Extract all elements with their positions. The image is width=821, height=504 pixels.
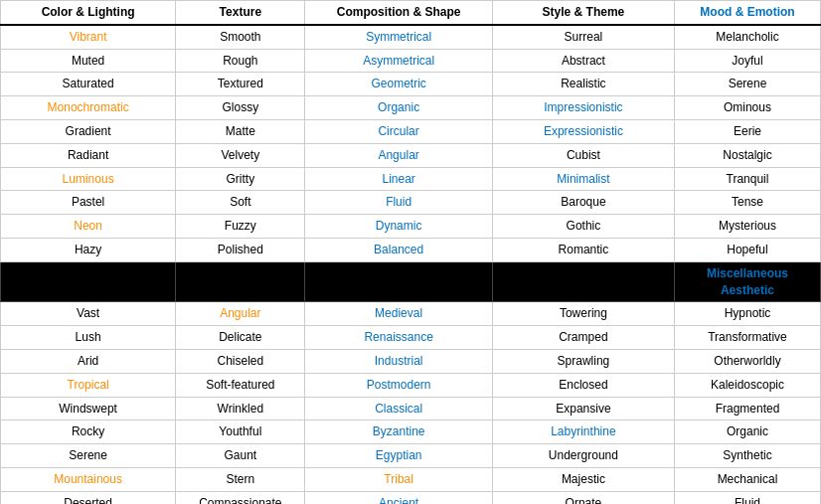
main-table: Color & LightingTextureComposition & Sha… [0, 0, 821, 504]
section2-row-8: DesertedCompassionateAncientOrnateFluid [1, 491, 821, 504]
section1-header-1: Texture [176, 1, 305, 25]
section1-cell-6-2: Linear [305, 167, 492, 191]
section1-cell-3-0: Monochromatic [1, 96, 176, 120]
section2-cell-2-2: Industrial [305, 349, 492, 373]
section1-cell-5-1: Velvety [176, 143, 305, 167]
section1-header-3: Style & Theme [492, 1, 674, 25]
section2-cell-1-0: Lush [1, 326, 176, 350]
section2-cell-5-2: Byzantine [305, 420, 492, 444]
section1-cell-8-1: Fuzzy [176, 215, 305, 239]
section1-cell-1-1: Rough [176, 49, 305, 73]
section1-cell-3-1: Glossy [176, 96, 305, 120]
section2-cell-7-4: Mechanical [674, 467, 820, 491]
section1-cell-1-3: Abstract [492, 49, 674, 73]
section1-cell-8-3: Gothic [492, 215, 674, 239]
section2-cell-0-0: Vast [1, 302, 176, 326]
section1-row-5: RadiantVelvetyAngularCubistNostalgic [1, 143, 821, 167]
section2-cell-2-4: Otherworldly [674, 349, 820, 373]
section1-row-4: GradientMatteCircularExpressionisticEeri… [1, 119, 821, 143]
section1-cell-2-1: Textured [176, 73, 305, 96]
section1-cell-3-3: Impressionistic [492, 96, 674, 120]
section2-cell-4-1: Wrinkled [176, 397, 305, 420]
section1-cell-0-0: Vibrant [1, 25, 176, 49]
section1-cell-6-1: Gritty [176, 167, 305, 191]
section2-cell-3-0: Tropical [1, 373, 176, 397]
section2-cell-8-0: Deserted [1, 491, 176, 504]
section1-cell-4-1: Matte [176, 119, 305, 143]
section1-cell-1-4: Joyful [674, 49, 820, 73]
section1-cell-5-0: Radiant [1, 143, 176, 167]
section1-cell-7-2: Fluid [305, 191, 492, 215]
section2-header-4: MiscellaneousAesthetic [674, 261, 820, 302]
section1-cell-9-3: Romantic [492, 238, 674, 261]
section2-header-2: Culture & Era [305, 261, 492, 302]
section2-cell-6-4: Synthetic [674, 444, 820, 468]
section2-cell-5-4: Organic [674, 420, 820, 444]
section1-cell-0-4: Melancholic [674, 25, 820, 49]
section2-cell-6-1: Gaunt [176, 444, 305, 468]
section1-cell-7-0: Pastel [1, 191, 176, 215]
section2-cell-1-3: Cramped [492, 326, 674, 350]
section1-cell-2-2: Geometric [305, 73, 492, 96]
section1-cell-5-4: Nostalgic [674, 143, 820, 167]
section2-row-5: RockyYouthfulByzantineLabyrinthineOrgani… [1, 420, 821, 444]
section1-row-2: SaturatedTexturedGeometricRealisticSeren… [1, 73, 821, 96]
section1-cell-3-2: Organic [305, 96, 492, 120]
section2-cell-2-1: Chiseled [176, 349, 305, 373]
section2-cell-7-1: Stern [176, 467, 305, 491]
section1-cell-8-2: Dynamic [305, 215, 492, 239]
section2-cell-8-1: Compassionate [176, 491, 305, 504]
section1-cell-1-0: Muted [1, 49, 176, 73]
section2-cell-8-2: Ancient [305, 491, 492, 504]
section1-cell-5-3: Cubist [492, 143, 674, 167]
section1-cell-9-1: Polished [176, 238, 305, 261]
section1-cell-0-1: Smooth [176, 25, 305, 49]
section2-row-2: AridChiseledIndustrialSprawlingOtherworl… [1, 349, 821, 373]
section2-cell-1-2: Renaissance [305, 326, 492, 350]
section1-cell-9-4: Hopeful [674, 238, 820, 261]
section2-cell-2-0: Arid [1, 349, 176, 373]
section1-header-4: Mood & Emotion [674, 1, 820, 25]
section1-row-7: PastelSoftFluidBaroqueTense [1, 191, 821, 215]
section2-cell-7-2: Tribal [305, 467, 492, 491]
section2-cell-4-0: Windswept [1, 397, 176, 420]
section2-header-1: Person & Face [176, 261, 305, 302]
section2-cell-6-0: Serene [1, 444, 176, 468]
section1-cell-8-0: Neon [1, 215, 176, 239]
section1-header-row: Color & LightingTextureComposition & Sha… [1, 1, 821, 25]
section2-cell-1-1: Delicate [176, 326, 305, 350]
section2-cell-7-0: Mountainous [1, 467, 176, 491]
section1-cell-7-3: Baroque [492, 191, 674, 215]
section1-cell-9-0: Hazy [1, 238, 176, 261]
section2-cell-6-3: Underground [492, 444, 674, 468]
section1-cell-6-4: Tranquil [674, 167, 820, 191]
section1-cell-6-3: Minimalist [492, 167, 674, 191]
section1-cell-0-2: Symmetrical [305, 25, 492, 49]
section2-row-1: LushDelicateRenaissanceCrampedTransforma… [1, 326, 821, 350]
section1-cell-2-0: Saturated [1, 73, 176, 96]
section1-header-0: Color & Lighting [1, 1, 176, 25]
section1-cell-1-2: Asymmetrical [305, 49, 492, 73]
section2-cell-3-3: Enclosed [492, 373, 674, 397]
section2-cell-3-1: Soft-featured [176, 373, 305, 397]
section2-cell-3-2: Postmodern [305, 373, 492, 397]
section1-header-2: Composition & Shape [305, 1, 492, 25]
section2-row-0: VastAngularMedievalToweringHypnotic [1, 302, 821, 326]
section2-cell-8-3: Ornate [492, 491, 674, 504]
section2-cell-0-4: Hypnotic [674, 302, 820, 326]
section2-cell-1-4: Transformative [674, 326, 820, 350]
section1-row-8: NeonFuzzyDynamicGothicMysterious [1, 215, 821, 239]
section2-cell-7-3: Majestic [492, 467, 674, 491]
section2-row-4: WindsweptWrinkledClassicalExpansiveFragm… [1, 397, 821, 420]
section1-cell-9-2: Balanced [305, 238, 492, 261]
section2-header-row: Nature & LandscapePerson & FaceCulture &… [1, 261, 821, 302]
section2-cell-4-3: Expansive [492, 397, 674, 420]
section2-cell-4-2: Classical [305, 397, 492, 420]
section1-row-6: LuminousGrittyLinearMinimalistTranquil [1, 167, 821, 191]
section1-cell-2-3: Realistic [492, 73, 674, 96]
section2-row-6: SereneGauntEgyptianUndergroundSynthetic [1, 444, 821, 468]
section1-cell-2-4: Serene [674, 73, 820, 96]
section2-cell-5-0: Rocky [1, 420, 176, 444]
section2-cell-5-1: Youthful [176, 420, 305, 444]
section1-cell-8-4: Mysterious [674, 215, 820, 239]
